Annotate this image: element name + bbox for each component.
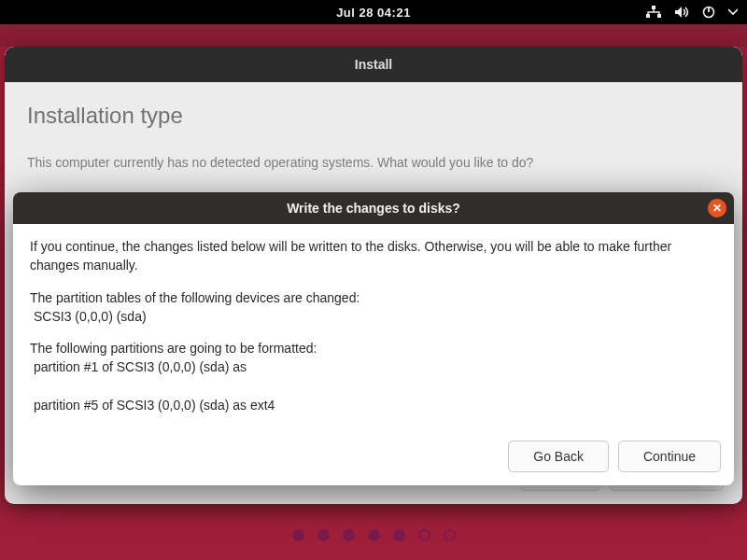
close-button[interactable]: ✕ bbox=[708, 199, 726, 217]
progress-dot bbox=[418, 529, 430, 541]
dialog-footer: Go Back Continue bbox=[13, 437, 734, 485]
dialog-partition-tables-block: The partition tables of the following de… bbox=[30, 288, 717, 327]
progress-dot bbox=[317, 529, 330, 541]
fmt-line-1: partition #1 of SCSI3 (0,0,0) (sda) as bbox=[34, 357, 717, 376]
progress-dot bbox=[393, 529, 405, 541]
page-intro: This computer currently has no detected … bbox=[27, 155, 720, 170]
system-top-bar: Jul 28 04:21 bbox=[0, 0, 747, 24]
fmt-line-2: partition #5 of SCSI3 (0,0,0) (sda) as e… bbox=[34, 396, 717, 414]
dialog-title: Write the changes to disks? bbox=[287, 201, 460, 216]
svg-rect-2 bbox=[657, 14, 661, 18]
dialog-body: If you continue, the changes listed belo… bbox=[13, 224, 734, 437]
pt-device: SCSI3 (0,0,0) (sda) bbox=[34, 307, 717, 326]
svg-rect-1 bbox=[646, 14, 650, 18]
svg-rect-0 bbox=[652, 6, 655, 9]
volume-icon[interactable] bbox=[674, 6, 689, 19]
progress-dots bbox=[0, 529, 747, 541]
pt-intro: The partition tables of the following de… bbox=[30, 290, 359, 305]
progress-dot bbox=[292, 529, 304, 541]
page-heading: Installation type bbox=[27, 103, 720, 129]
dialog-titlebar: Write the changes to disks? ✕ bbox=[13, 192, 734, 224]
progress-dot bbox=[444, 529, 456, 541]
dialog-format-block: The following partitions are going to be… bbox=[30, 339, 717, 414]
dialog-warning-text: If you continue, the changes listed belo… bbox=[30, 237, 717, 275]
progress-dot bbox=[343, 529, 355, 541]
go-back-button[interactable]: Go Back bbox=[508, 441, 609, 472]
confirm-dialog: Write the changes to disks? ✕ If you con… bbox=[13, 192, 734, 485]
chevron-down-icon[interactable] bbox=[728, 8, 738, 16]
close-icon: ✕ bbox=[712, 202, 722, 215]
clock[interactable]: Jul 28 04:21 bbox=[336, 6, 411, 20]
installer-window-title: Install bbox=[355, 57, 392, 72]
fmt-intro: The following partitions are going to be… bbox=[30, 341, 317, 356]
progress-dot bbox=[368, 529, 380, 541]
installer-titlebar: Install bbox=[5, 47, 742, 82]
desktop-background-strip bbox=[0, 24, 747, 47]
continue-button[interactable]: Continue bbox=[618, 441, 721, 472]
system-tray bbox=[646, 6, 738, 19]
power-icon[interactable] bbox=[702, 6, 715, 19]
network-icon[interactable] bbox=[646, 6, 661, 19]
